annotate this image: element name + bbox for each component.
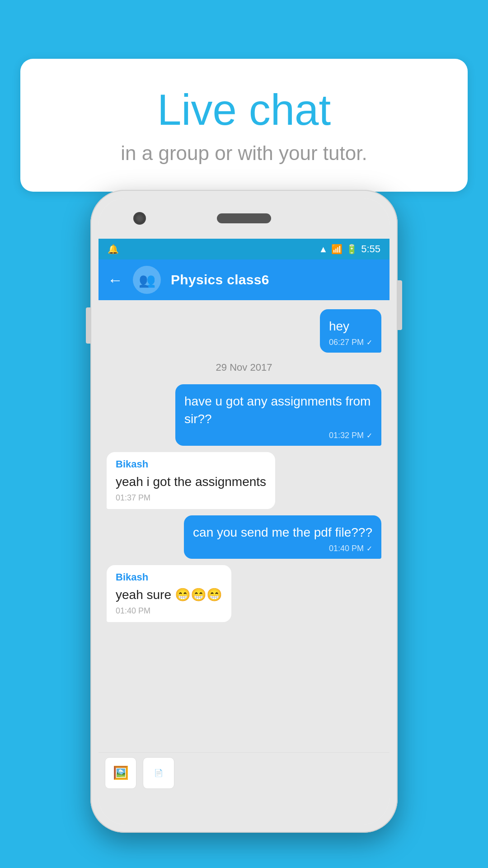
notification-icon: 🔔 <box>108 244 119 255</box>
message-meta: 01:40 PM <box>116 606 222 616</box>
message-meta: 06:27 PM ✓ <box>329 338 372 347</box>
message-time: 01:40 PM <box>116 606 150 615</box>
live-chat-subtitle: in a group or with your tutor. <box>52 142 436 165</box>
message-time: 06:27 PM <box>329 338 364 347</box>
status-time: 5:55 <box>361 243 380 255</box>
message-row: can you send me the pdf file??? 01:40 PM… <box>107 515 381 559</box>
wifi-icon: ▲ <box>319 244 328 255</box>
message-meta: 01:40 PM ✓ <box>193 544 372 553</box>
sender-name: Bikash <box>116 458 266 470</box>
front-camera-icon <box>135 213 145 223</box>
speaker-icon <box>217 213 271 223</box>
message-text: yeah i got the assignments <box>116 473 266 491</box>
attach-image-button[interactable]: 🖼️ <box>105 757 136 789</box>
live-chat-title: Live chat <box>52 86 436 134</box>
speech-bubble-card: Live chat in a group or with your tutor. <box>20 59 468 192</box>
message-time: 01:37 PM <box>116 493 150 502</box>
chat-title: Physics class6 <box>171 272 269 288</box>
message-row: Bikash yeah sure 😁😁😁 01:40 PM <box>107 565 381 622</box>
group-icon: 👥 <box>139 272 155 288</box>
message-row: have u got any assignments from sir?? 01… <box>107 384 381 445</box>
outgoing-bubble: can you send me the pdf file??? 01:40 PM… <box>184 515 381 559</box>
phone-outer-shell: 🔔 ▲ 📶 🔋 5:55 ← 👥 Physics class6 <box>90 190 398 833</box>
incoming-bubble: Bikash yeah i got the assignments 01:37 … <box>107 452 275 509</box>
outgoing-bubble: hey 06:27 PM ✓ <box>320 309 381 353</box>
doc-attach-icon: 📄 <box>154 769 163 777</box>
phone-inner-shell: 🔔 ▲ 📶 🔋 5:55 ← 👥 Physics class6 <box>99 198 389 825</box>
phone-mockup: 🔔 ▲ 📶 🔋 5:55 ← 👥 Physics class6 <box>90 190 398 833</box>
message-text: yeah sure 😁😁😁 <box>116 586 222 604</box>
back-button[interactable]: ← <box>108 271 123 289</box>
battery-icon: 🔋 <box>346 244 357 255</box>
check-icon: ✓ <box>366 544 372 553</box>
message-text: hey <box>329 317 372 335</box>
message-text: have u got any assignments from sir?? <box>184 392 372 428</box>
app-bar: ← 👥 Physics class6 <box>99 259 389 300</box>
phone-screen: 🔔 ▲ 📶 🔋 5:55 ← 👥 Physics class6 <box>99 239 389 793</box>
message-meta: 01:37 PM <box>116 493 266 503</box>
message-row: Bikash yeah i got the assignments 01:37 … <box>107 452 381 509</box>
input-bar: 🖼️ 📄 <box>99 752 389 793</box>
message-meta: 01:32 PM ✓ <box>184 431 372 440</box>
message-text: can you send me the pdf file??? <box>193 524 372 541</box>
date-divider: 29 Nov 2017 <box>107 362 381 373</box>
check-icon: ✓ <box>366 431 372 440</box>
group-avatar: 👥 <box>133 266 161 294</box>
check-icon: ✓ <box>366 338 372 347</box>
message-time: 01:40 PM <box>329 544 364 553</box>
phone-bottom-bezel <box>99 793 389 825</box>
signal-icon: 📶 <box>331 244 343 255</box>
status-bar-left: 🔔 <box>108 244 119 255</box>
phone-top-bezel <box>99 198 389 239</box>
image-attach-icon: 🖼️ <box>113 765 129 780</box>
chat-area: hey 06:27 PM ✓ 29 Nov 2017 have u got an <box>99 300 389 752</box>
message-row: hey 06:27 PM ✓ <box>107 309 381 353</box>
incoming-bubble: Bikash yeah sure 😁😁😁 01:40 PM <box>107 565 231 622</box>
outgoing-bubble: have u got any assignments from sir?? 01… <box>175 384 381 445</box>
status-bar-right: ▲ 📶 🔋 5:55 <box>319 243 380 255</box>
status-bar: 🔔 ▲ 📶 🔋 5:55 <box>99 239 389 259</box>
sender-name: Bikash <box>116 571 222 583</box>
attach-doc-button[interactable]: 📄 <box>143 757 174 789</box>
message-time: 01:32 PM <box>329 431 364 440</box>
